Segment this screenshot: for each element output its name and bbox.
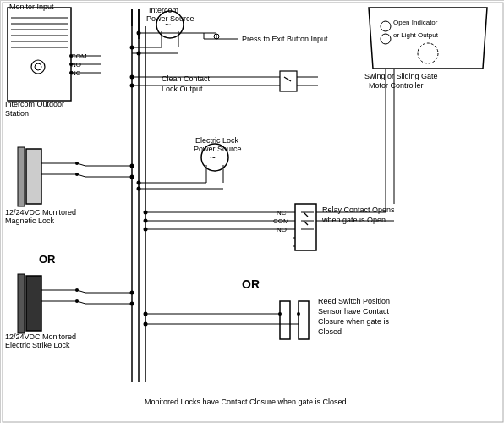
svg-rect-71 <box>26 276 41 331</box>
svg-text:12/24VDC Monitored: 12/24VDC Monitored <box>5 208 76 217</box>
svg-text:when gate is Open: when gate is Open <box>321 216 386 224</box>
svg-text:OR: OR <box>39 253 56 266</box>
svg-point-108 <box>144 219 148 223</box>
svg-rect-72 <box>18 274 25 333</box>
svg-text:Reed Switch Position: Reed Switch Position <box>318 297 390 305</box>
svg-text:OR: OR <box>242 277 260 291</box>
svg-point-109 <box>144 228 148 232</box>
svg-text:Intercom Outdoor: Intercom Outdoor <box>5 100 64 108</box>
svg-point-53 <box>137 187 141 191</box>
svg-text:Power Source: Power Source <box>194 145 242 153</box>
svg-rect-55 <box>18 147 25 206</box>
svg-text:Swing or Sliding Gate: Swing or Sliding Gate <box>364 72 438 80</box>
svg-point-138 <box>137 31 141 36</box>
svg-point-68 <box>130 164 134 168</box>
svg-point-69 <box>130 175 134 179</box>
svg-point-17 <box>69 63 73 66</box>
svg-point-117 <box>144 312 148 316</box>
svg-text:Magnetic Lock: Magnetic Lock <box>5 217 55 225</box>
svg-point-107 <box>144 211 148 215</box>
svg-text:Closed: Closed <box>318 327 342 336</box>
svg-point-118 <box>144 322 148 327</box>
svg-point-14 <box>69 54 73 58</box>
svg-point-85 <box>130 291 134 295</box>
svg-text:Power Source: Power Source <box>146 14 194 23</box>
svg-point-139 <box>130 46 134 50</box>
svg-text:12/24VDC Monitored: 12/24VDC Monitored <box>5 332 76 341</box>
svg-point-52 <box>137 181 141 185</box>
svg-rect-54 <box>26 149 41 204</box>
svg-text:Open Indicator: Open Indicator <box>393 19 438 26</box>
svg-text:Electric Lock: Electric Lock <box>195 136 239 145</box>
svg-text:Monitored Locks have Contact C: Monitored Locks have Contact Closure whe… <box>145 398 347 406</box>
svg-point-114 <box>297 312 300 316</box>
svg-text:Electric Strike Lock: Electric Strike Lock <box>5 341 70 349</box>
svg-text:or Light Output: or Light Output <box>393 31 439 39</box>
svg-text:Station: Station <box>5 109 29 118</box>
svg-text:Clean Contact: Clean Contact <box>162 74 211 83</box>
svg-text:Motor Controller: Motor Controller <box>369 81 424 90</box>
svg-point-20 <box>69 71 73 74</box>
svg-text:Sensor have Contact: Sensor have Contact <box>318 307 390 316</box>
wiring-diagram: Monitor Input COM NO NC Intercom Outdoor… <box>0 0 504 423</box>
svg-text:Intercom: Intercom <box>149 6 178 14</box>
svg-text:Closure when gate is: Closure when gate is <box>318 317 390 326</box>
svg-point-140 <box>137 52 141 56</box>
svg-text:Monitor Input: Monitor Input <box>9 3 54 11</box>
svg-text:~: ~ <box>210 151 216 163</box>
svg-text:Press to Exit Button Input: Press to Exit Button Input <box>242 35 328 43</box>
svg-point-42 <box>130 75 134 80</box>
svg-point-86 <box>130 302 134 306</box>
svg-point-43 <box>130 84 134 88</box>
